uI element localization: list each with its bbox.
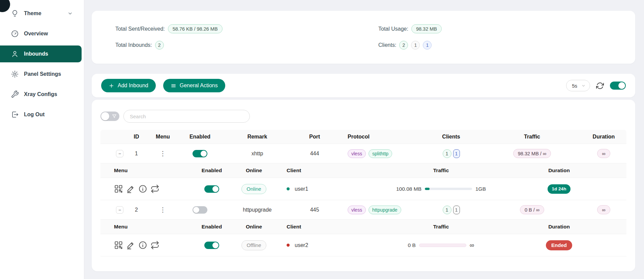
main-content: Total Sent/Received: 58.76 KB / 98.26 MB… (84, 0, 644, 279)
header-clients: Clients (419, 134, 483, 140)
subheader-traffic: Traffic (384, 224, 498, 230)
clients-count-online: 1 (423, 41, 432, 50)
subheader-enabled: Enabled (188, 167, 235, 174)
info-button[interactable] (138, 241, 147, 250)
subheader-online: Online (235, 224, 272, 230)
client-deactivated-badge: 1 (453, 206, 460, 214)
subheader-duration: Duration (525, 224, 593, 230)
stat-label: Total Usage: (378, 26, 408, 32)
search-input[interactable] (123, 110, 250, 123)
subheader-client: Client (272, 167, 350, 174)
sidebar-item-overview[interactable]: Overview (0, 25, 82, 42)
row-menu-button[interactable]: ⋮ (157, 205, 169, 214)
header-enabled: Enabled (176, 134, 224, 140)
general-actions-label: General Actions (180, 83, 218, 89)
plus-icon (109, 83, 114, 89)
sidebar-item-xray-configs[interactable]: Xray Configs (0, 86, 82, 103)
client-count-badge: 1 (443, 149, 451, 158)
client-row-user2: Offline user2 0 B ∞ Ended (100, 234, 626, 256)
edit-button[interactable] (126, 184, 135, 193)
edit-button[interactable] (126, 241, 135, 250)
reset-traffic-button[interactable] (150, 184, 159, 193)
refresh-interval-value: 5s (572, 83, 577, 89)
add-inbound-label: Add Inbound (118, 83, 148, 89)
reset-traffic-button[interactable] (150, 241, 159, 250)
stat-label: Total Sent/Received: (115, 26, 165, 32)
general-actions-button[interactable]: General Actions (163, 79, 225, 92)
transport-tag: httpupgrade (369, 206, 401, 214)
qrcode-button[interactable] (114, 184, 123, 193)
header-port: Port (291, 134, 338, 140)
client-table-header: Menu Enabled Online Client Traffic Durat… (100, 163, 626, 178)
chevron-down-icon (581, 84, 586, 88)
qrcode-button[interactable] (114, 241, 123, 250)
total-sent-received-value: 58.76 KB / 98.26 MB (168, 24, 223, 33)
auto-refresh-toggle[interactable] (610, 82, 626, 90)
header-remark: Remark (224, 134, 291, 140)
inbound-remark: xhttp (224, 151, 291, 157)
sidebar-item-label: Panel Settings (24, 71, 61, 77)
wrench-icon (11, 90, 19, 98)
stat-label: Clients: (378, 42, 396, 48)
stat-total-usage: Total Usage: 98.32 MB (378, 24, 635, 33)
stat-label: Total Inbounds: (115, 42, 152, 48)
inbounds-card: ID Menu Enabled Remark Port Protocol Cli… (92, 100, 635, 271)
inbound-enabled-toggle[interactable] (193, 150, 207, 157)
inbound-remark: httpupgrade (224, 207, 291, 213)
client-online-badge: 1 (453, 149, 460, 158)
client-enabled-toggle[interactable] (204, 242, 219, 249)
stat-clients: Clients: 2 1 1 (378, 40, 635, 50)
gear-icon (11, 70, 19, 78)
collapse-row-button[interactable]: − (116, 150, 123, 157)
user-icon (11, 50, 19, 58)
sidebar-item-theme[interactable]: Theme (0, 5, 82, 22)
minus-icon: − (118, 208, 121, 212)
subheader-duration: Duration (525, 167, 593, 174)
info-button[interactable] (138, 184, 147, 193)
chevron-down-icon (67, 11, 73, 16)
sidebar-item-inbounds[interactable]: Inbounds (0, 45, 82, 62)
search-row (100, 100, 626, 123)
row-menu-button[interactable]: ⋮ (157, 149, 169, 158)
refresh-button[interactable] (596, 82, 604, 90)
header-protocol: Protocol (338, 134, 419, 140)
traffic-total: ∞ (470, 242, 474, 249)
subheader-menu: Menu (114, 224, 188, 230)
filter-toggle[interactable] (100, 112, 119, 121)
subheader-enabled: Enabled (188, 224, 235, 230)
duration-tag: ∞ (597, 149, 610, 158)
online-status-pill: Online (241, 184, 266, 194)
client-table-header: Menu Enabled Online Client Traffic Durat… (100, 220, 626, 234)
subheader-online: Online (235, 167, 272, 174)
total-usage-value: 98.32 MB (411, 24, 442, 33)
refresh-interval-select[interactable]: 5s (566, 80, 590, 91)
client-enabled-toggle[interactable] (204, 185, 219, 193)
client-name: user2 (295, 242, 308, 248)
stat-total-sent-received: Total Sent/Received: 58.76 KB / 98.26 MB (115, 24, 378, 33)
sidebar-item-label: Xray Configs (24, 91, 57, 97)
clients-count-total: 2 (399, 41, 408, 50)
protocol-tag: vless (348, 206, 366, 214)
sidebar-item-label: Theme (24, 10, 41, 17)
sidebar-item-log-out[interactable]: Log Out (0, 106, 82, 123)
inbound-row-1: − 1 ⋮ xhttp 444 vless splithttp 1 1 98.3… (100, 144, 626, 163)
inbound-enabled-toggle[interactable] (193, 206, 207, 214)
traffic-tag: 98.32 MB / ∞ (513, 149, 551, 158)
subheader-traffic: Traffic (384, 167, 498, 174)
clients-count-deactivated: 1 (411, 41, 420, 50)
inbounds-table: ID Menu Enabled Remark Port Protocol Cli… (100, 130, 626, 256)
inbound-port: 445 (291, 207, 338, 213)
client-row-user1: Online user1 100.08 MB 1GB 1d 24h (100, 178, 626, 200)
duration-badge: 1d 24h (548, 184, 571, 194)
sidebar-item-panel-settings[interactable]: Panel Settings (0, 66, 82, 83)
header-duration: Duration (581, 134, 626, 140)
add-inbound-button[interactable]: Add Inbound (101, 79, 156, 92)
header-id: ID (123, 134, 149, 140)
gauge-icon (11, 30, 19, 38)
collapse-row-button[interactable]: − (116, 206, 123, 214)
inbound-id: 1 (123, 151, 149, 157)
header-menu: Menu (149, 134, 176, 140)
traffic-progress-bar (419, 244, 466, 247)
online-status-pill: Offline (241, 240, 266, 250)
traffic-tag: 0 B / ∞ (520, 205, 544, 214)
